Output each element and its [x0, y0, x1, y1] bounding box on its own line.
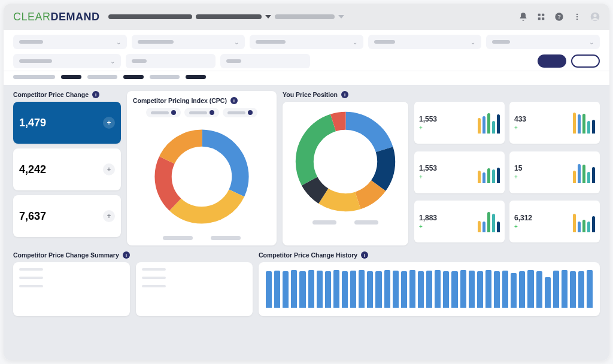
history-bar — [317, 271, 323, 308]
history-bar — [274, 271, 280, 308]
status-bar — [4, 71, 609, 85]
mini-bar-chart — [573, 162, 595, 183]
section-title-text: Competitor Price Change Summary — [13, 251, 119, 259]
action-buttons — [538, 54, 600, 68]
history-bar — [375, 271, 381, 308]
chevron-down-icon[interactable] — [265, 15, 271, 19]
breadcrumb — [108, 14, 510, 19]
position-card[interactable]: 1,553+ — [414, 102, 505, 144]
section-title: Competitor Price Change Summary i — [13, 251, 253, 259]
position-card[interactable]: 6,312+ — [509, 201, 600, 242]
position-card[interactable]: 1,553+ — [414, 151, 505, 193]
cpc-donut-wrap — [133, 120, 271, 233]
section-title-text: Competitor Price Change — [13, 91, 89, 98]
primary-action-button[interactable] — [538, 54, 566, 68]
logo-part2: DEMAND — [51, 11, 100, 23]
mini-bar-chart — [478, 162, 500, 183]
legend-seg — [354, 220, 378, 225]
history-bar — [418, 271, 424, 308]
chevron-down-icon[interactable] — [338, 15, 344, 19]
secondary-action-button[interactable] — [571, 54, 600, 68]
history-bar — [384, 270, 390, 308]
section-title-text: Competitor Pricing Index (CPC) — [133, 97, 227, 104]
position-card[interactable]: 433+ — [509, 102, 600, 144]
logo: CLEARDEMAND — [13, 11, 100, 23]
section-title-text: You Price Position — [283, 91, 338, 98]
price-change-card[interactable]: 4,242+ — [13, 148, 121, 190]
legend-seg — [211, 236, 241, 240]
topbar-icons: ? — [518, 12, 600, 22]
history-bar — [401, 271, 407, 308]
expand-button[interactable]: + — [103, 210, 115, 222]
filter-select[interactable]: ⌄ — [368, 35, 482, 49]
section-title: Competitor Pricing Index (CPC) i — [133, 97, 271, 104]
dashboard-content: Competitor Price Change i 1,479+4,242+7,… — [4, 85, 609, 360]
filter-select[interactable]: ⌄ — [13, 35, 127, 49]
summary-card — [13, 262, 130, 316]
placeholder-line — [142, 277, 166, 279]
history-bar — [283, 271, 289, 308]
status-seg — [186, 75, 206, 79]
chip[interactable] — [184, 108, 219, 117]
help-icon[interactable]: ? — [554, 12, 564, 22]
history-bar — [477, 271, 483, 308]
more-icon[interactable] — [572, 12, 582, 22]
history-bar — [443, 271, 449, 308]
info-icon[interactable]: i — [341, 91, 348, 98]
history-bar — [308, 270, 314, 308]
breadcrumb-seg[interactable] — [196, 14, 262, 19]
history-bar — [325, 271, 331, 308]
chip[interactable] — [223, 108, 257, 117]
history-bar — [451, 271, 457, 308]
expand-button[interactable]: + — [103, 117, 115, 129]
svg-text:?: ? — [557, 14, 561, 20]
svg-rect-2 — [538, 17, 541, 20]
expand-button[interactable]: + — [103, 163, 115, 175]
position-value: 1,553 — [419, 115, 437, 123]
filter-select[interactable]: ⌄ — [250, 35, 363, 49]
section-title-text: Competitor Price Change History — [259, 251, 357, 259]
plus-icon: + — [419, 223, 437, 230]
svg-rect-0 — [538, 14, 541, 16]
info-icon[interactable]: i — [123, 251, 130, 259]
filter-select[interactable]: ⌄ — [486, 35, 600, 49]
chip[interactable] — [146, 108, 181, 117]
avatar[interactable] — [590, 12, 600, 22]
apps-icon[interactable] — [536, 12, 546, 22]
stat-value: 7,637 — [19, 210, 115, 223]
history-bar-chart — [266, 268, 593, 308]
svg-point-6 — [576, 14, 578, 15]
bell-icon[interactable] — [518, 12, 528, 22]
plus-icon: + — [514, 174, 522, 180]
info-icon[interactable]: i — [92, 91, 99, 98]
breadcrumb-seg — [108, 14, 192, 19]
plus-icon: + — [514, 223, 532, 230]
history-bar — [291, 270, 297, 308]
breadcrumb-seg[interactable] — [275, 14, 335, 19]
price-change-card[interactable]: 7,637+ — [13, 195, 121, 237]
section-title: Competitor Price Change History i — [259, 251, 600, 259]
filter-select[interactable] — [126, 54, 216, 68]
history-bar — [333, 270, 339, 308]
filter-select[interactable] — [220, 54, 310, 68]
position-card[interactable]: 15+ — [509, 151, 600, 193]
filter-select[interactable]: ⌄ — [13, 54, 121, 68]
history-bar — [494, 271, 500, 308]
svg-point-8 — [576, 19, 578, 20]
history-bar — [527, 270, 533, 308]
info-icon[interactable]: i — [361, 251, 368, 259]
price-change-card[interactable]: 1,479+ — [13, 102, 121, 144]
position-card[interactable]: 1,883+ — [414, 201, 505, 242]
status-seg — [87, 75, 117, 79]
mini-bar-chart — [573, 112, 595, 134]
position-value: 6,312 — [514, 214, 532, 222]
svg-rect-1 — [542, 14, 544, 16]
position-value: 15 — [514, 164, 522, 172]
mini-bar-chart — [573, 211, 595, 232]
placeholder-line — [142, 268, 166, 271]
info-icon[interactable]: i — [230, 97, 238, 104]
history-bar — [350, 271, 356, 308]
history-bar — [460, 270, 466, 308]
filter-select[interactable]: ⌄ — [132, 35, 245, 49]
position-grid: 1,553+433+1,553+15+1,883+6,312+ — [414, 102, 600, 245]
